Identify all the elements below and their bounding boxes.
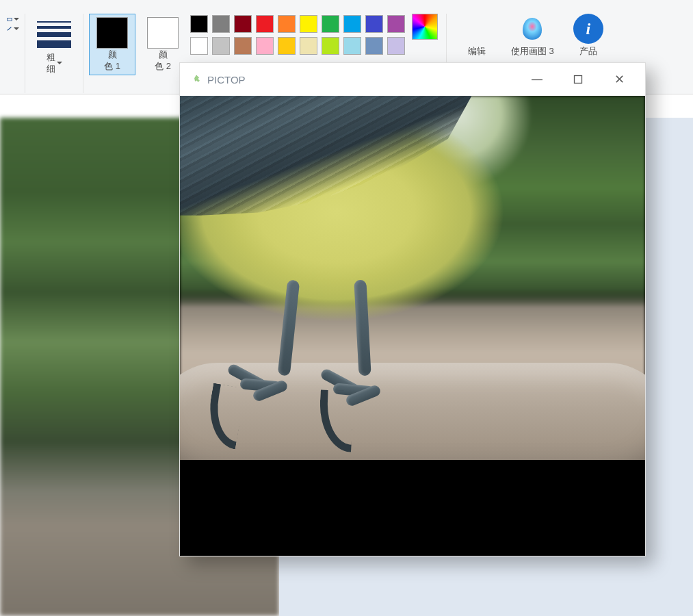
svg-rect-0 [8, 18, 12, 21]
pictop-image[interactable] [180, 96, 645, 556]
palette-swatch[interactable] [365, 37, 383, 55]
palette-swatch[interactable] [300, 15, 317, 33]
edit-colors-button[interactable] [409, 14, 441, 40]
caret-icon [14, 27, 19, 30]
shape-icon [7, 16, 12, 22]
palette-swatch[interactable] [212, 37, 230, 55]
palette-swatch[interactable] [256, 37, 274, 55]
maximize-icon [573, 75, 583, 84]
palette-swatch[interactable] [256, 15, 274, 33]
color2-label: 颜 色 2 [155, 49, 171, 72]
color-palette [190, 14, 405, 55]
close-button[interactable]: ✕ [599, 63, 640, 96]
info-icon: i [573, 14, 603, 44]
caret-icon [57, 62, 62, 64]
palette-swatch[interactable] [365, 15, 383, 33]
crop-dropdown-2[interactable] [0, 26, 19, 31]
product-label: 产品 [579, 45, 597, 57]
color1-label: 颜 色 1 [104, 49, 120, 72]
color1-button[interactable]: 颜 色 1 [89, 14, 135, 75]
palette-swatch[interactable] [212, 15, 230, 33]
color1-swatch [96, 17, 128, 49]
palette-swatch[interactable] [387, 37, 405, 55]
palette-swatch[interactable] [190, 37, 208, 55]
palette-swatch[interactable] [322, 15, 339, 33]
stroke-width-button[interactable]: 粗 细 [31, 14, 77, 78]
palette-swatch[interactable] [234, 37, 252, 55]
edit-label: 编辑 [468, 45, 486, 57]
palette-swatch[interactable] [343, 15, 361, 33]
paint3d-icon [517, 14, 547, 44]
caret-icon [14, 18, 19, 21]
edit-button[interactable]: 编辑 [452, 14, 501, 57]
palette-swatch[interactable] [278, 37, 296, 55]
product-button[interactable]: i 产品 [564, 14, 613, 57]
palette-swatch[interactable] [278, 15, 296, 33]
crop-dropdown-col [0, 14, 19, 31]
palette-swatch[interactable] [300, 37, 317, 55]
palette-swatch[interactable] [322, 37, 339, 55]
edit-icon [462, 14, 492, 44]
paint3d-button[interactable]: 使用画图 3 [501, 14, 564, 57]
paint3d-label: 使用画图 3 [511, 45, 554, 57]
palette-swatch[interactable] [234, 15, 252, 33]
svg-rect-1 [575, 76, 582, 84]
stroke-width-icon [37, 17, 71, 51]
pin-icon [192, 75, 202, 84]
pictop-titlebar[interactable]: PICTOP — ✕ [180, 63, 645, 96]
crop-dropdown-1[interactable] [0, 16, 19, 22]
color2-swatch [147, 17, 179, 49]
rainbow-icon [412, 14, 438, 40]
pictop-window: PICTOP — ✕ [179, 62, 646, 556]
palette-swatch[interactable] [387, 15, 405, 33]
palette-swatch[interactable] [190, 15, 208, 33]
maximize-button[interactable] [558, 63, 599, 96]
palette-swatch[interactable] [343, 37, 361, 55]
stroke-width-label: 粗 细 [47, 51, 62, 75]
line-icon [7, 26, 12, 31]
minimize-button[interactable]: — [517, 63, 558, 96]
pictop-title: PICTOP [207, 74, 517, 86]
